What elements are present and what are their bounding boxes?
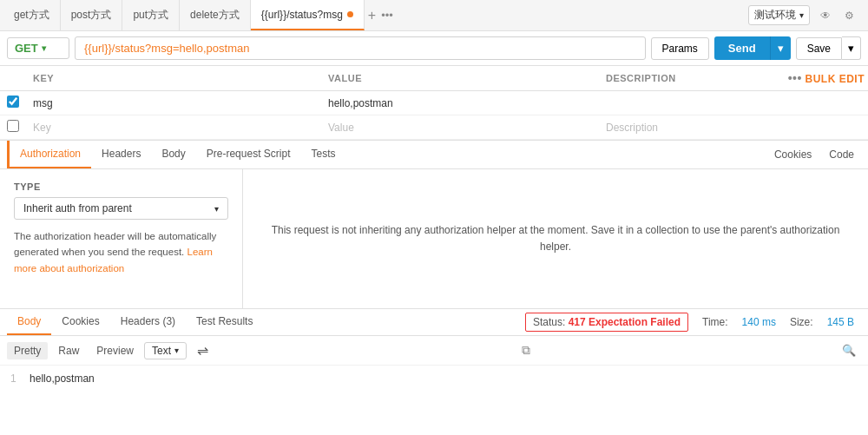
save-button[interactable]: Save bbox=[796, 37, 842, 60]
tab-put[interactable]: put方式 bbox=[122, 0, 180, 30]
key-header: KEY bbox=[26, 66, 321, 91]
auth-type-value: Inherit auth from parent bbox=[23, 202, 132, 214]
more-params-button[interactable]: ••• bbox=[788, 71, 802, 85]
format-select[interactable]: Text ▾ bbox=[144, 342, 187, 359]
auth-left-panel: TYPE Inherit auth from parent ▾ The auth… bbox=[0, 169, 243, 308]
tab-actions: 测试环境 ▾ 👁 ⚙ bbox=[748, 5, 865, 25]
auth-type-label: TYPE bbox=[14, 181, 228, 192]
bulk-edit-button[interactable]: Bulk Edit bbox=[806, 73, 865, 85]
sub-tabs-right: Cookies Code bbox=[767, 142, 861, 168]
auth-type-chevron: ▾ bbox=[214, 204, 219, 214]
line-number: 1 bbox=[10, 372, 16, 385]
tab-delete-label: delete方式 bbox=[190, 8, 240, 23]
response-body: 1 hello,postman bbox=[0, 366, 868, 392]
request-sub-tabs: Authorization Headers Body Pre-request S… bbox=[0, 141, 868, 169]
tab-status-label: {{url}}/status?msg bbox=[261, 9, 343, 21]
param-row-empty: Key Value Description bbox=[0, 115, 868, 140]
param-msg-value[interactable]: hello,postman bbox=[321, 91, 599, 115]
status-label: Status: bbox=[533, 316, 565, 328]
param-empty-desc[interactable]: Description bbox=[599, 115, 731, 140]
params-button[interactable]: Params bbox=[651, 37, 709, 60]
method-label: GET bbox=[15, 42, 38, 55]
env-chevron: ▾ bbox=[799, 10, 804, 20]
tab-bar: get方式 post方式 put方式 delete方式 {{url}}/stat… bbox=[0, 0, 868, 31]
format-label: Text bbox=[152, 345, 171, 357]
response-toolbar: Pretty Raw Preview Text ▾ ⇌ ⧉ 🔍 bbox=[0, 336, 868, 366]
tab-post[interactable]: post方式 bbox=[61, 0, 123, 30]
desc-header: DESCRIPTION bbox=[599, 66, 731, 91]
resp-tab-headers[interactable]: Headers (3) bbox=[110, 309, 186, 335]
param-msg-checkbox[interactable] bbox=[7, 96, 19, 108]
time-label: Time: bbox=[702, 316, 728, 328]
env-select[interactable]: 测试环境 ▾ bbox=[748, 5, 810, 25]
param-msg-desc[interactable] bbox=[599, 91, 731, 115]
tab-pre-request[interactable]: Pre-request Script bbox=[196, 141, 301, 168]
url-bar: GET ▾ Params Send ▾ Save ▾ bbox=[0, 31, 868, 66]
tab-put-label: put方式 bbox=[133, 8, 168, 23]
auth-description: The authorization header will be automat… bbox=[14, 228, 228, 276]
settings-icon[interactable]: ⚙ bbox=[841, 6, 858, 25]
cookies-link[interactable]: Cookies bbox=[767, 142, 819, 168]
search-icon[interactable]: 🔍 bbox=[837, 342, 861, 359]
size-label: Size: bbox=[790, 316, 813, 328]
copy-icon[interactable]: ⧉ bbox=[516, 341, 536, 359]
eye-icon[interactable]: 👁 bbox=[817, 6, 834, 25]
env-label: 测试环境 bbox=[754, 8, 796, 23]
format-chevron: ▾ bbox=[174, 346, 179, 355]
status-badge: Status: 417 Expectation Failed bbox=[525, 313, 688, 332]
response-status-bar: Status: 417 Expectation Failed Time: 140… bbox=[525, 313, 861, 332]
param-empty-checkbox[interactable] bbox=[7, 120, 19, 132]
param-empty-key[interactable]: Key bbox=[26, 115, 321, 140]
tab-headers[interactable]: Headers bbox=[91, 141, 151, 168]
code-link[interactable]: Code bbox=[822, 142, 861, 168]
tab-delete[interactable]: delete方式 bbox=[180, 0, 251, 30]
tab-authorization[interactable]: Authorization bbox=[7, 141, 91, 168]
tab-post-label: post方式 bbox=[71, 8, 112, 23]
param-empty-value[interactable]: Value bbox=[321, 115, 599, 140]
status-value: 417 Expectation Failed bbox=[569, 316, 681, 328]
resp-tab-test-results[interactable]: Test Results bbox=[186, 309, 263, 335]
tab-get-label: get方式 bbox=[14, 8, 49, 23]
tab-tests[interactable]: Tests bbox=[300, 141, 345, 168]
tab-body[interactable]: Body bbox=[151, 141, 195, 168]
param-msg-key[interactable]: msg bbox=[26, 91, 321, 115]
params-section: KEY VALUE DESCRIPTION ••• Bulk Edit msg … bbox=[0, 66, 868, 141]
send-button[interactable]: Send bbox=[714, 36, 770, 60]
wrap-icon[interactable]: ⇌ bbox=[190, 339, 215, 361]
send-dropdown-button[interactable]: ▾ bbox=[770, 36, 791, 60]
tab-status[interactable]: {{url}}/status?msg bbox=[251, 0, 365, 30]
url-input[interactable] bbox=[75, 36, 646, 60]
param-row-msg: msg hello,postman bbox=[0, 91, 868, 115]
resp-tab-cookies[interactable]: Cookies bbox=[51, 309, 109, 335]
method-select[interactable]: GET ▾ bbox=[7, 37, 69, 59]
add-tab-button[interactable]: + bbox=[368, 8, 376, 23]
size-value: 145 B bbox=[827, 316, 854, 328]
resp-tab-body[interactable]: Body bbox=[7, 309, 51, 335]
preview-button[interactable]: Preview bbox=[89, 342, 141, 359]
method-chevron: ▾ bbox=[42, 43, 46, 53]
raw-button[interactable]: Raw bbox=[51, 342, 86, 359]
tab-status-dot bbox=[347, 11, 353, 17]
send-button-group: Send ▾ bbox=[714, 36, 791, 60]
auth-right-panel: This request is not inheriting any autho… bbox=[243, 169, 868, 308]
response-content: hello,postman bbox=[30, 372, 95, 385]
params-table: KEY VALUE DESCRIPTION ••• Bulk Edit msg … bbox=[0, 66, 868, 140]
tab-get[interactable]: get方式 bbox=[3, 0, 61, 30]
auth-helper-text: This request is not inheriting any autho… bbox=[257, 222, 854, 255]
pretty-button[interactable]: Pretty bbox=[7, 342, 48, 359]
more-tabs-button[interactable]: ••• bbox=[381, 9, 393, 22]
response-tabs: Body Cookies Headers (3) Test Results St… bbox=[0, 308, 868, 336]
auth-type-dropdown[interactable]: Inherit auth from parent ▾ bbox=[14, 197, 228, 220]
time-value: 140 ms bbox=[742, 316, 776, 328]
auth-section: TYPE Inherit auth from parent ▾ The auth… bbox=[0, 169, 868, 308]
save-button-group: Save ▾ bbox=[796, 36, 861, 60]
save-dropdown-button[interactable]: ▾ bbox=[842, 36, 861, 60]
value-header: VALUE bbox=[321, 66, 599, 91]
